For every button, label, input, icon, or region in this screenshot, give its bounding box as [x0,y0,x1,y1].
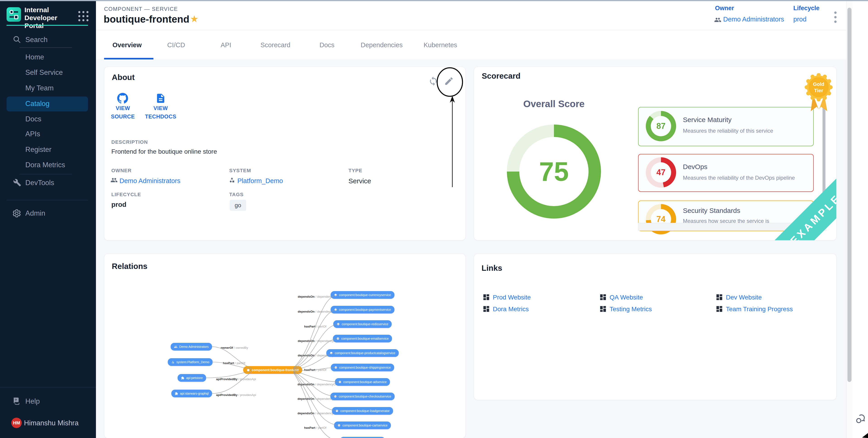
service-maturity-score: 87 [646,111,676,141]
dashboard-icon [715,305,723,313]
sidebar-item-self-service[interactable]: Self Service [25,68,63,77]
badge-line1: Gold [813,81,824,87]
link-dev-website[interactable]: Dev Website [726,294,762,301]
link-team-training-progress[interactable]: Team Training Progress [726,306,793,313]
lifecycle-label: Lifecycle [793,5,819,12]
description-label: DESCRIPTION [111,139,148,145]
tab-dependencies[interactable]: Dependencies [361,41,403,49]
link-dora-metrics[interactable]: Dora Metrics [493,306,529,313]
owner-link[interactable]: Demo Administrators [723,15,784,23]
dashboard-icon [483,305,490,313]
window-top-strip [0,0,868,1]
view-techdocs-button[interactable]: VIEW TECHDOCS [142,104,180,121]
tab-scorecard[interactable]: Scorecard [260,41,290,49]
type-field-value: Service [348,177,371,185]
brand-logo-icon [6,7,21,22]
favorite-star-icon[interactable]: ★ [190,14,199,24]
owner-field-link[interactable]: Demo Administrators [120,177,180,184]
system-field-label: SYSTEM [229,168,251,174]
chat-widget-icon[interactable] [855,413,867,425]
scorecard-title: Scorecard [482,71,521,80]
sidebar: Internal Developer Portal Search Home Se… [0,0,96,438]
sidebar-item-register[interactable]: Register [25,145,51,154]
people-icon [714,16,721,24]
sidebar-item-apis[interactable]: APIs [25,130,40,138]
sidebar-divider [6,200,88,200]
sidebar-item-admin[interactable]: Admin [25,209,45,217]
description-value: Frontend for the boutique online store [111,148,217,155]
scorecard-item-name: DevOps [683,163,707,171]
tab-docs[interactable]: Docs [319,41,335,49]
scorecard-card: Scorecard Overall Score 75 87 Service Ma… [474,67,837,240]
devops-score: 47 [646,157,676,188]
search-underline [20,47,72,48]
dashboard-icon [599,305,607,313]
sidebar-item-docs[interactable]: Docs [25,115,41,123]
link-testing-metrics[interactable]: Testing Metrics [610,306,652,313]
tab-kubernetes[interactable]: Kubernetes [424,41,457,49]
github-icon [117,93,128,104]
sidebar-item-catalog[interactable]: Catalog [25,100,50,108]
gold-tier-badge: Gold Tier [801,73,837,113]
view-source-line1: VIEW [116,105,130,111]
system-field-link[interactable]: Platform_Demo [237,177,283,184]
view-source-line2: SOURCE [111,113,135,120]
service-maturity-donut: 87 [646,111,676,141]
help-icon: ? [12,397,21,406]
sidebar-divider [0,387,96,388]
svg-text:?: ? [15,398,17,402]
links-title: Links [482,264,502,273]
sidebar-item-help[interactable]: Help [25,397,40,405]
tag-chip[interactable]: go [230,200,246,211]
page-scrollbar-thumb[interactable] [847,8,851,382]
brand-logo[interactable] [6,7,21,22]
avatar-initials: HM [13,420,20,426]
user-name[interactable]: Himanshu Mishra [24,419,79,427]
apps-grid-icon[interactable] [77,10,89,22]
kebab-menu-icon[interactable] [831,10,840,25]
brand-title: Internal Developer Portal [25,6,76,30]
scorecard-item-name: Security Standards [683,207,740,214]
refresh-icon[interactable] [428,76,438,86]
overall-score-label: Overall Score [497,99,611,109]
owner-field-label: OWNER [111,168,131,174]
sidebar-item-devtools[interactable]: DevTools [25,179,54,187]
edit-pencil-icon[interactable] [444,76,454,86]
view-source-button[interactable]: VIEW SOURCE [104,104,142,121]
tab-cicd[interactable]: CI/CD [167,41,185,49]
avatar[interactable]: HM [11,418,22,428]
tab-api[interactable]: API [221,41,231,49]
scorecard-item-name: Service Maturity [683,116,732,124]
sidebar-item-home[interactable]: Home [25,53,44,61]
about-title: About [112,73,135,82]
overall-score-value: 75 [507,125,601,218]
owner-label: Owner [715,5,734,12]
breadcrumb: COMPONENT — SERVICE [104,6,178,12]
system-icon [228,176,236,184]
overall-score-donut: 75 [507,125,601,218]
badge-line2: Tier [814,88,823,93]
lifecycle-field-value: prod [111,201,126,208]
search-input[interactable]: Search [25,36,48,44]
dashboard-icon [599,293,607,301]
dashboard-icon [483,293,490,301]
scorecard-item-desc: Measures the reliability of the DevOps p… [683,175,795,181]
scorecard-item-desc: Measures the reliability of this service [683,128,773,134]
tab-overview[interactable]: Overview [113,41,142,49]
link-prod-website[interactable]: Prod Website [493,294,531,301]
wrench-icon [13,178,21,187]
page-title: boutique-frontend [104,13,189,25]
sidebar-item-dora-metrics[interactable]: Dora Metrics [25,161,65,169]
sidebar-item-my-team[interactable]: My Team [25,84,54,92]
techdocs-icon [155,93,166,104]
view-techdocs-line2: TECHDOCS [145,113,177,120]
app-window: Internal Developer Portal Search Home Se… [0,0,868,438]
link-qa-website[interactable]: QA Website [610,294,643,301]
right-gutter [852,1,868,438]
view-techdocs-line1: VIEW [153,105,168,111]
gear-icon [12,209,21,218]
devops-donut: 47 [646,157,676,188]
brand-divider [6,25,88,26]
relations-graph-edges [104,254,465,438]
tags-field-label: TAGS [229,192,244,198]
